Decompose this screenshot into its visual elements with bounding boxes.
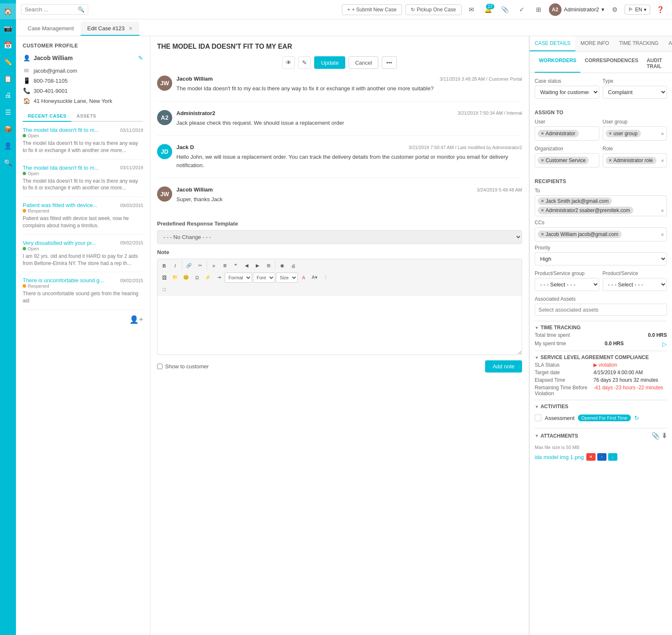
tab-recent-cases[interactable]: RECENT CASES [23, 111, 71, 122]
source-button[interactable]: ◉ [277, 261, 287, 271]
table-button[interactable]: ⊞ [263, 261, 273, 271]
case-type-select[interactable]: Complaint Question Problem [603, 86, 667, 99]
notifications-icon[interactable]: 🔔 17 [482, 3, 495, 16]
font-color-button[interactable]: A [299, 273, 309, 283]
tab-close-icon[interactable]: ✕ [129, 26, 133, 31]
view-icon-btn[interactable]: 👁 [282, 56, 295, 69]
tab-case-details[interactable]: CASE DETAILS [530, 36, 575, 51]
pickup-one-case-button[interactable]: ↻ Pickup One Case [405, 4, 461, 15]
outdent-button[interactable]: ◀ [242, 261, 252, 271]
cc-tag-jacob-remove[interactable]: × [541, 231, 544, 237]
indent-button[interactable]: ▶ [252, 261, 262, 271]
case-link[interactable]: Patient was fitted with device... [23, 202, 97, 208]
subtab-correspondences[interactable]: CORRESPONDENCES [580, 55, 642, 73]
user-group-tag-remove[interactable]: × [609, 131, 612, 136]
sla-header[interactable]: ▼ SERVICE LEVEL AGREEMENT COMPLIANCE [535, 351, 667, 362]
grid-icon[interactable]: ⊞ [532, 3, 546, 16]
blockquote-button[interactable]: ❝ [231, 261, 241, 271]
tab-assets[interactable]: ASSETS [71, 111, 101, 121]
role-remove-btn[interactable]: × [661, 157, 664, 164]
note-textarea[interactable] [157, 296, 522, 355]
size-select[interactable]: Size [276, 273, 298, 283]
user-group-tag-input[interactable]: × user group × [603, 126, 667, 141]
template-select[interactable]: - - - No Change - - - [157, 230, 522, 244]
file-button[interactable]: 📁 [170, 273, 180, 283]
nav-print[interactable]: 🖨 [0, 87, 16, 103]
to-tag-admin2-remove[interactable]: × [541, 207, 544, 213]
time-tracking-header[interactable]: ▼ TIME TRACKING [535, 321, 667, 332]
role-tag-input[interactable]: × Administrator role × [603, 153, 667, 168]
search-box[interactable]: 🔍 [21, 4, 88, 15]
print-button[interactable]: 🖨 [288, 261, 298, 271]
nav-search[interactable]: 🔍 [0, 155, 16, 171]
checkmark-icon[interactable]: ✓ [515, 3, 529, 16]
cancel-button[interactable]: Cancel [349, 56, 378, 69]
language-selector[interactable]: 🏳 EN ▾ [625, 5, 650, 15]
user-tag-remove[interactable]: × [541, 131, 544, 136]
tab-activities[interactable]: ACTIVITIES [664, 36, 672, 51]
ordered-list-button[interactable]: ≡ [209, 261, 219, 271]
unordered-list-button[interactable]: ≣ [220, 261, 230, 271]
tab-more-info[interactable]: MORE INFO [575, 36, 614, 51]
bold-button[interactable]: B [159, 261, 169, 271]
delete-file-icon[interactable]: ✕ [586, 453, 596, 461]
activity-refresh-icon[interactable]: ↻ [634, 415, 639, 421]
case-link[interactable]: The model Ida doesn't fit to m... [23, 127, 99, 133]
nav-edit[interactable]: ✏️ [0, 54, 16, 70]
submit-new-case-button[interactable]: + + Submit New Case [342, 4, 402, 15]
tab-time-tracking[interactable]: TIME TRACKING [614, 36, 664, 51]
org-tag-remove[interactable]: × [541, 157, 544, 163]
more-options-button[interactable]: ••• [382, 56, 397, 69]
play-button[interactable]: ▷ [662, 341, 667, 347]
cc-tag-input[interactable]: × Jacob William jacob@gmail.com × [535, 227, 667, 241]
nav-media[interactable]: 📷 [0, 20, 16, 36]
user-info[interactable]: A2 Administrator2 ▾ [549, 3, 605, 16]
case-link[interactable]: The model Ida doesn't fit to m... [23, 165, 99, 171]
emoji-button[interactable]: 😊 [181, 273, 191, 283]
associated-assets-input[interactable] [535, 304, 667, 316]
nav-home[interactable]: 🏠 [0, 3, 16, 19]
unlink-button[interactable]: ✂ [195, 261, 205, 271]
subtab-audit-trail[interactable]: AUDIT TRAIL [643, 55, 667, 73]
bg-color-button[interactable]: A▾ [310, 273, 320, 283]
nav-docs[interactable]: 📋 [0, 71, 16, 87]
nav-list[interactable]: ☰ [0, 104, 16, 120]
nav-packages[interactable]: 📦 [0, 121, 16, 137]
link-button[interactable]: 🔗 [184, 261, 194, 271]
role-tag-remove[interactable]: × [609, 157, 612, 163]
tab-edit-case[interactable]: Edit Case #123 ✕ [81, 22, 140, 36]
user-tag-input[interactable]: × Administrator [535, 126, 599, 141]
edit-profile-icon[interactable]: ✎ [138, 55, 143, 61]
subtab-workorders[interactable]: WORKORDERS [535, 55, 580, 73]
embed-button[interactable]: □ [159, 284, 169, 294]
priority-select[interactable]: High Low Medium [535, 252, 667, 265]
case-link[interactable]: Very dissatisfied with your pr... [23, 240, 96, 246]
cloud-upload-icon[interactable]: ↑ [597, 453, 606, 461]
search-input[interactable] [25, 6, 75, 13]
org-tag-input[interactable]: × Customer Service [535, 153, 599, 168]
case-link[interactable]: There is uncomfortable sound g... [23, 277, 104, 283]
format-select[interactable]: Format [225, 273, 252, 283]
add-user-icon[interactable]: 👤+ [129, 315, 143, 324]
paperclip-icon[interactable]: 📎 [499, 3, 512, 16]
show-to-customer-checkbox[interactable] [157, 364, 163, 369]
paperclip-attach-icon[interactable]: 📎 [651, 432, 660, 440]
omega-button[interactable]: Ω [192, 273, 202, 283]
download-icon[interactable]: ⬇ [662, 432, 667, 440]
case-status-select[interactable]: Waiting for customer Open Closed In Prog… [535, 86, 599, 99]
to-tag-jack-remove[interactable]: × [541, 198, 544, 204]
cc-remove-all-btn[interactable]: × [661, 231, 664, 238]
indent2-button[interactable]: ⇥ [214, 273, 224, 283]
cloud-download-icon[interactable]: ↓ [608, 453, 617, 461]
italic-button[interactable]: I [170, 261, 180, 271]
tab-case-management[interactable]: Case Management [21, 22, 81, 36]
to-remove-all-btn[interactable]: × [661, 207, 664, 214]
show-to-customer-label[interactable]: Show to customer [157, 363, 209, 370]
add-note-button[interactable]: Add note [485, 360, 522, 373]
product-service-group-select[interactable]: - - - Select - - - [535, 278, 599, 291]
product-service-select[interactable]: - - - Select - - - [603, 278, 667, 291]
font-select[interactable]: Font [253, 273, 275, 283]
image-button[interactable]: 🖼 [159, 273, 169, 283]
email-icon[interactable]: ✉ [465, 3, 478, 16]
to-tag-input[interactable]: × Jack Smith jack@gmail.com × Administra… [535, 195, 667, 216]
